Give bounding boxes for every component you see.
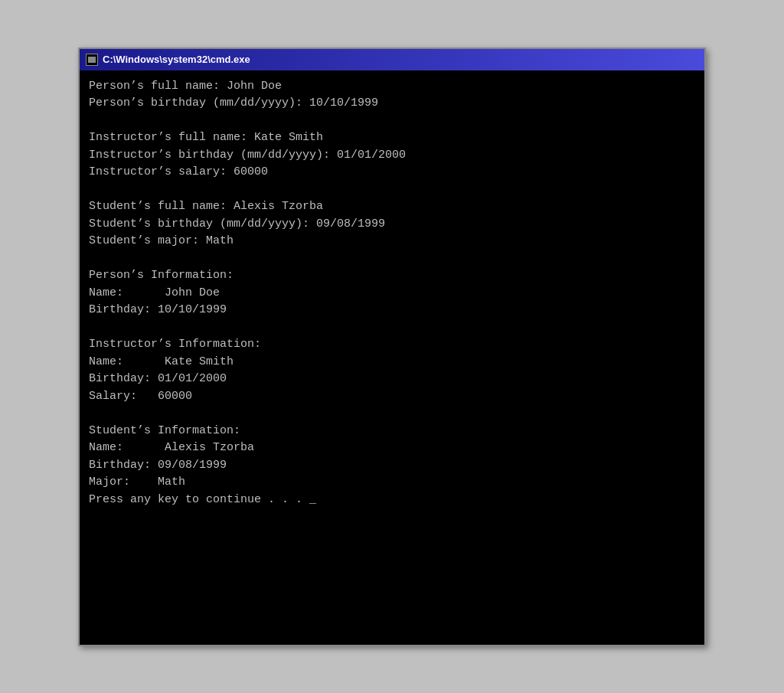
console-line [89,113,695,130]
console-line [89,319,695,337]
console-line: Instructor’s salary: 60000 [89,165,268,178]
console-line: Person’s full name: John Doe [89,80,282,93]
console-line [89,250,695,268]
console-line: Instructor’s full name: Kate Smith [89,131,323,144]
title-bar: C:\Windows\system32\cmd.exe [80,49,704,70]
console-line: Student’s full name: Alexis Tzorba [89,200,323,213]
title-bar-text: C:\Windows\system32\cmd.exe [103,54,250,65]
console-line: Instructor’s Information: [89,338,261,351]
cmd-window: C:\Windows\system32\cmd.exe Person’s ful… [78,47,706,646]
console-line: Name: Alexis Tzorba [89,441,254,454]
console-line: Birthday: 10/10/1999 [89,303,227,316]
console-line: Press any key to continue . . . _ [89,493,316,506]
console-output: Person’s full name: John Doe Person’s bi… [89,78,695,509]
console-line: Instructor’s birthday (mm/dd/yyyy): 01/0… [89,149,406,162]
console-line: Student’s birthday (mm/dd/yyyy): 09/08/1… [89,217,385,230]
console-line: Name: John Doe [89,286,220,299]
console-line: Person’s Information: [89,269,234,282]
console-line: Student’s major: Math [89,234,234,247]
cmd-icon [86,54,98,66]
console-body[interactable]: Person’s full name: John Doe Person’s bi… [80,70,704,645]
console-line: Name: Kate Smith [89,355,234,368]
console-line: Birthday: 09/08/1999 [89,459,227,472]
console-line: Birthday: 01/01/2000 [89,372,227,385]
console-line: Student’s Information: [89,424,240,437]
console-line: Salary: 60000 [89,390,192,403]
console-line: Person’s birthday (mm/dd/yyyy): 10/10/19… [89,96,378,110]
console-line [89,405,695,423]
console-line [89,181,695,199]
console-line: Major: Math [89,476,185,489]
